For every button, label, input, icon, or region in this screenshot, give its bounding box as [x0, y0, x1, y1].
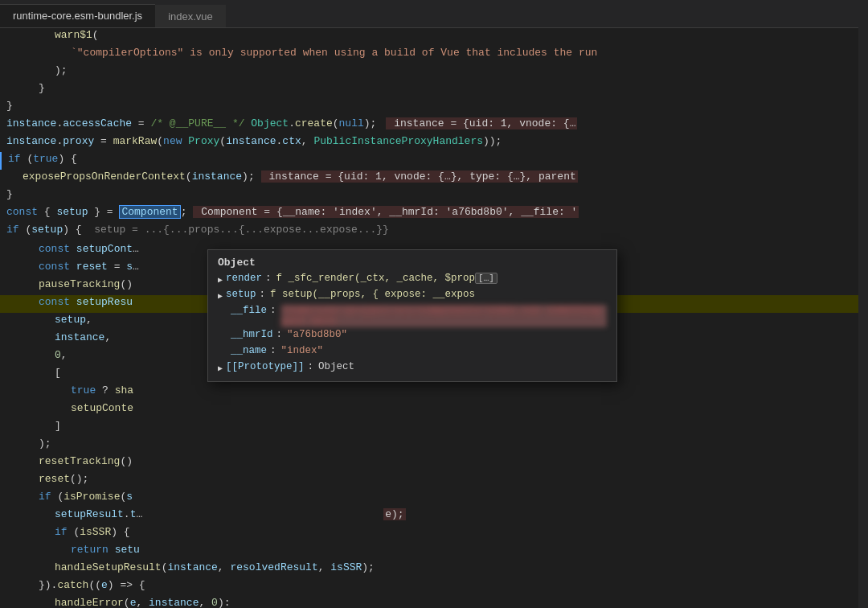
code-line: }).catch((e) => {	[0, 578, 868, 596]
code-line: }	[0, 81, 868, 99]
code-line: `"compilerOptions" is only supported whe…	[0, 46, 868, 64]
tab-index-vue[interactable]: index.vue	[155, 5, 226, 27]
code-line: instance.accessCache = /* @__PURE__ */ O…	[0, 117, 868, 134]
tooltip-row-name: __name: "index"	[208, 344, 616, 360]
code-line: instance.proxy = markRaw(new Proxy(insta…	[0, 134, 868, 152]
tab-bar: runtime-core.esm-bundler.js index.vue	[0, 0, 868, 28]
code-line: setupConte	[0, 401, 868, 419]
code-line: }	[0, 99, 868, 117]
editor-container: runtime-core.esm-bundler.js index.vue wa…	[0, 0, 868, 608]
ellipsis-badge[interactable]: […]	[475, 273, 497, 284]
code-line: true ? sha	[0, 384, 868, 401]
code-line: return setu	[0, 543, 868, 561]
code-line: handleError(e, instance, 0):	[0, 596, 868, 608]
code-line: handleSetupResult(instance, resolvedResu…	[0, 561, 868, 578]
code-line: resetTracking()	[0, 454, 868, 472]
code-line: setupResult.t…e);	[0, 507, 868, 525]
code-line: warn$1(	[0, 28, 868, 46]
code-area: warn$1( `"compilerOptions" is only suppo…	[0, 28, 868, 608]
scrollbar[interactable]	[858, 0, 868, 608]
code-line: if (setup) { setup = ...{...props...{...…	[0, 223, 868, 240]
code-line: exposePropsOnRenderContext(instance); in…	[0, 170, 868, 187]
tab-runtime-core[interactable]: runtime-core.esm-bundler.js	[0, 4, 155, 27]
code-line: }	[0, 187, 868, 205]
tooltip-row-hmrid: __hmrId: "a76bd8b0"	[208, 328, 616, 344]
code-line: if (isSSR) {	[0, 525, 868, 543]
tooltip-header: Object	[208, 255, 616, 272]
tooltip-row-file: __file: /home/user/project/src/component…	[208, 304, 616, 328]
tooltip-row-prototype: ▶ [[Prototype]]: Object	[208, 360, 616, 376]
tooltip-panel: Object ▶ render: f _sfc_render(_ctx, _ca…	[207, 249, 617, 382]
code-line: const { setup } = Component; Component =…	[0, 205, 868, 223]
tooltip-row-render: ▶ render: f _sfc_render(_ctx, _cache, $p…	[208, 272, 616, 288]
code-line: reset();	[0, 472, 868, 490]
code-line: );	[0, 437, 868, 454]
code-line: if (isPromise(s	[0, 490, 868, 507]
code-line: );	[0, 64, 868, 81]
code-line: ]	[0, 419, 868, 437]
code-line: if (true) {	[0, 152, 868, 170]
expand-arrow-render[interactable]: ▶	[218, 275, 223, 285]
expand-arrow-prototype[interactable]: ▶	[218, 364, 223, 373]
tooltip-row-setup: ▶ setup: f setup(__props, { expose: __ex…	[208, 288, 616, 304]
expand-arrow-setup[interactable]: ▶	[218, 291, 223, 301]
